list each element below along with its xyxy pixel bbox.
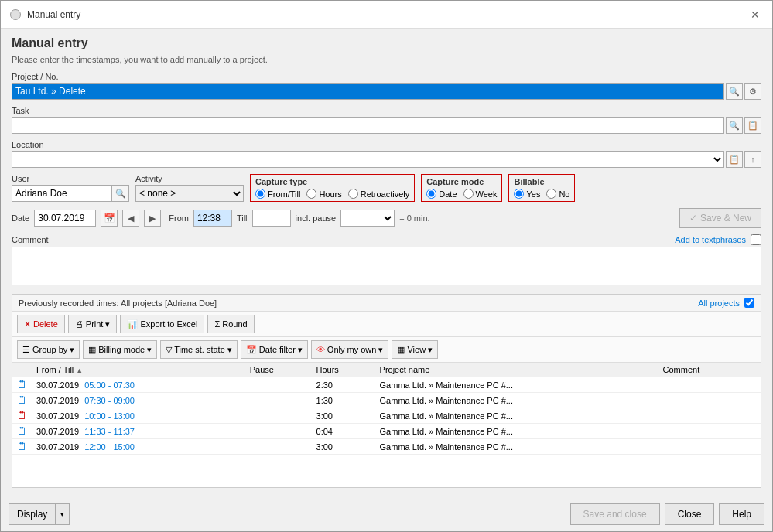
row-icon: 🗒 xyxy=(17,441,27,452)
comment-label: Comment xyxy=(12,235,49,244)
row-icon: 🗒 xyxy=(17,410,27,421)
round-label: Round xyxy=(222,319,247,329)
row-icon-cell: 🗒 xyxy=(12,408,32,424)
help-button[interactable]: Help xyxy=(719,503,764,525)
task-search-button[interactable]: 🔍 xyxy=(726,117,743,134)
row-date: 30.07.2019 xyxy=(36,380,79,390)
min-display: = 0 min. xyxy=(399,213,429,223)
row-pause-cell xyxy=(245,424,312,439)
round-button[interactable]: Σ Round xyxy=(207,315,254,333)
project-input[interactable] xyxy=(12,83,724,100)
col-from-till-header[interactable]: From / Till ▲ xyxy=(32,363,245,377)
project-settings-button[interactable]: ⚙ xyxy=(744,83,761,100)
capture-type-hours[interactable]: Hours xyxy=(306,189,341,199)
date-input[interactable] xyxy=(34,210,96,227)
date-prev-button[interactable]: ◀ xyxy=(122,210,139,227)
group-by-button[interactable]: ☰ Group by ▾ xyxy=(17,340,80,359)
table-row[interactable]: 🗒 30.07.2019 05:00 - 07:30 2:30 Gamma Lt… xyxy=(12,377,761,393)
date-filter-icon: 📅 xyxy=(246,345,257,355)
row-extra-cell xyxy=(750,377,761,393)
main-content: Manual entry Please enter the timestamps… xyxy=(1,29,772,496)
window-title: Manual entry xyxy=(27,9,80,20)
delete-icon: ✕ xyxy=(24,319,31,329)
row-hours-cell: 1:30 xyxy=(312,393,375,408)
billable-section: Billable Yes No xyxy=(508,174,575,202)
only-my-own-dropdown-icon: ▾ xyxy=(378,345,383,355)
user-search-button[interactable]: 🔍 xyxy=(112,185,129,202)
table-row[interactable]: 🗒 30.07.2019 10:00 - 13:00 3:00 Gamma Lt… xyxy=(12,408,761,424)
task-action-button[interactable]: 📋 xyxy=(744,117,761,134)
row-comment-cell xyxy=(658,408,750,424)
row-comment-cell xyxy=(658,439,750,455)
capture-type-label: Capture type xyxy=(255,177,409,186)
group-by-icon: ☰ xyxy=(22,345,30,355)
capture-mode-date[interactable]: Date xyxy=(426,189,457,199)
page-subtitle: Please enter the timestamps, you want to… xyxy=(12,55,761,64)
add-textphrases-checkbox[interactable] xyxy=(751,234,761,245)
previously-section: Previously recorded times: All projects … xyxy=(12,294,761,488)
calendar-button[interactable]: 📅 xyxy=(101,210,118,227)
row-hours-cell: 3:00 xyxy=(312,439,375,455)
time-state-icon: ▽ xyxy=(166,345,172,355)
activity-select[interactable]: < none > xyxy=(135,185,244,202)
window-close-button[interactable]: ✕ xyxy=(747,7,763,22)
only-my-own-button[interactable]: 👁 Only my own ▾ xyxy=(311,340,389,359)
row-time: 10:00 - 13:00 xyxy=(84,411,135,421)
main-form-row: User 🔍 Activity < none > Capture type xyxy=(12,174,761,202)
row-icon: 🗒 xyxy=(17,394,27,406)
task-field-group: Task 🔍 📋 xyxy=(12,106,761,134)
bottom-right: Save and close Close Help xyxy=(570,503,764,525)
delete-button[interactable]: ✕ Delete xyxy=(17,315,65,333)
location-edit-button[interactable]: 📋 xyxy=(726,151,743,168)
capture-type-from-till[interactable]: From/Till xyxy=(255,189,300,199)
date-filter-button[interactable]: 📅 Date filter ▾ xyxy=(241,340,308,359)
group-by-label: Group by xyxy=(32,345,67,354)
all-projects-checkbox[interactable] xyxy=(744,298,754,308)
export-button[interactable]: 📊 Export to Excel xyxy=(120,315,204,333)
capture-mode-week[interactable]: Week xyxy=(463,189,498,199)
row-pause-cell xyxy=(245,439,312,455)
table-row[interactable]: 🗒 30.07.2019 11:33 - 11:37 0:04 Gamma Lt… xyxy=(12,424,761,439)
col-icon-header xyxy=(12,363,32,377)
incl-pause-select[interactable] xyxy=(340,210,395,227)
row-hours-cell: 2:30 xyxy=(312,377,375,393)
till-input[interactable] xyxy=(252,210,291,227)
date-next-button[interactable]: ▶ xyxy=(144,210,161,227)
comment-header: Comment Add to textphrases xyxy=(12,234,761,245)
display-dropdown-button[interactable]: ▾ xyxy=(56,503,70,525)
row-project-cell: Gamma Ltd. » Maintenance PC #... xyxy=(375,408,658,424)
billable-no[interactable]: No xyxy=(546,189,569,199)
user-input[interactable] xyxy=(12,185,112,202)
location-action-button[interactable]: ↑ xyxy=(744,151,761,168)
billable-label: Billable xyxy=(514,177,569,186)
table-row[interactable]: 🗒 30.07.2019 12:00 - 15:00 3:00 Gamma Lt… xyxy=(12,439,761,455)
billing-mode-icon: ▦ xyxy=(88,345,96,355)
time-state-button[interactable]: ▽ Time st. state ▾ xyxy=(160,340,238,359)
close-button[interactable]: Close xyxy=(665,503,715,525)
capture-type-retroactively[interactable]: Retroactively xyxy=(348,189,410,199)
save-new-button[interactable]: ✓ Save & New xyxy=(679,208,761,228)
all-projects-link[interactable]: All projects xyxy=(698,298,740,308)
view-button[interactable]: ▦ View ▾ xyxy=(392,340,438,359)
activity-label: Activity xyxy=(135,174,244,183)
location-select[interactable] xyxy=(12,151,724,168)
print-button[interactable]: 🖨 Print ▾ xyxy=(68,315,118,333)
billable-yes[interactable]: Yes xyxy=(514,189,540,199)
comment-textarea[interactable] xyxy=(12,247,761,285)
from-input[interactable] xyxy=(193,210,232,227)
display-button[interactable]: Display xyxy=(9,503,56,525)
table-row[interactable]: 🗒 30.07.2019 07:30 - 09:00 1:30 Gamma Lt… xyxy=(12,393,761,408)
user-label: User xyxy=(12,174,129,183)
task-input[interactable] xyxy=(12,117,724,134)
billing-mode-button[interactable]: ▦ Billing mode ▾ xyxy=(83,340,157,359)
row-project-cell: Gamma Ltd. » Maintenance PC #... xyxy=(375,377,658,393)
row-hours-cell: 0:04 xyxy=(312,424,375,439)
activity-section: Activity < none > xyxy=(135,174,244,202)
project-search-button[interactable]: 🔍 xyxy=(726,83,743,100)
comment-section: Comment Add to textphrases xyxy=(12,234,761,288)
row-icon: 🗒 xyxy=(17,425,27,437)
title-bar-left: Manual entry xyxy=(10,9,80,20)
add-textphrases-link[interactable]: Add to textphrases xyxy=(675,235,746,244)
bottom-left: Display ▾ xyxy=(9,503,70,525)
save-close-button[interactable]: Save and close xyxy=(570,503,660,525)
